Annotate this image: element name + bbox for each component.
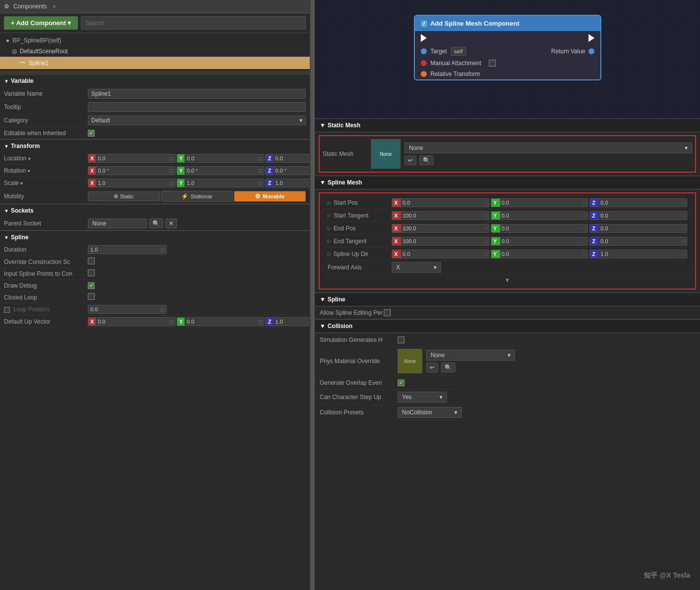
location-y-label: Y: [177, 154, 184, 162]
ep-y: Y ⬡: [491, 224, 589, 233]
scale-y-input[interactable]: [184, 179, 257, 187]
tree-item-spline1[interactable]: 〜 Spline1: [0, 57, 310, 69]
variable-name-value: [88, 89, 306, 99]
sm-dropdown[interactable]: None ▾: [405, 143, 692, 153]
allow-spline-checkbox[interactable]: [384, 309, 391, 316]
sm-thumb-label: None: [380, 151, 392, 157]
start-pos-expand[interactable]: ▷: [328, 200, 332, 205]
start-pos-x-input[interactable]: [401, 199, 483, 207]
su-z-input[interactable]: [599, 250, 681, 258]
sm-none-label: None: [409, 145, 423, 151]
sp-z-label: Z: [590, 199, 599, 207]
target-pin[interactable]: [421, 48, 427, 54]
override-checkbox[interactable]: [88, 258, 95, 264]
default-up-y-input[interactable]: [184, 318, 257, 326]
sm-controls: None ▾ ↩ 🔍: [405, 143, 692, 165]
sp-x-spin: ⬡: [483, 200, 489, 205]
close-icon[interactable]: ×: [53, 3, 56, 9]
ep-x-input[interactable]: [401, 224, 483, 232]
et-y-input[interactable]: [500, 237, 582, 245]
start-pos-y-input[interactable]: [500, 199, 582, 207]
st-x-input[interactable]: [401, 212, 483, 220]
socket-clear-icon[interactable]: ✕: [165, 219, 177, 228]
search-input[interactable]: [81, 16, 306, 30]
spline-section-right-header: ▼ Spline: [315, 293, 700, 306]
collision-section-header: ▼ Collision: [315, 319, 700, 333]
rotation-x-input[interactable]: [96, 167, 168, 175]
start-pos-z-input[interactable]: [599, 199, 681, 207]
mobility-movable[interactable]: ⚙ Movable: [234, 191, 306, 202]
sm-back-icon[interactable]: ↩: [405, 155, 416, 165]
su-x-label: X: [392, 250, 401, 258]
collision-presets-label: Collision Presets: [320, 409, 394, 416]
sim-generates-checkbox[interactable]: [398, 336, 405, 343]
bp-transform-row: Relative Transform: [415, 69, 600, 79]
socket-input[interactable]: [88, 219, 147, 228]
phys-search-icon[interactable]: 🔍: [441, 363, 455, 372]
tooltip-input[interactable]: [88, 102, 306, 112]
ep-z-input[interactable]: [599, 224, 681, 232]
transform-arrow: ▼: [4, 144, 9, 149]
st-z-input[interactable]: [599, 212, 681, 220]
expand-indicator[interactable]: ▼: [323, 275, 692, 286]
socket-search-icon[interactable]: 🔍: [149, 219, 163, 228]
ep-y-input[interactable]: [500, 224, 582, 232]
variable-name-input[interactable]: [88, 89, 306, 99]
target-value[interactable]: self: [451, 47, 466, 56]
tree-item-scene-root[interactable]: ◎ DefaultSceneRoot: [0, 46, 310, 57]
end-tan-expand[interactable]: ▷: [328, 238, 332, 244]
generate-overlap-checkbox[interactable]: ✓: [398, 379, 405, 386]
start-tan-expand[interactable]: ▷: [328, 213, 332, 218]
st-y-input[interactable]: [500, 212, 582, 220]
spline-up-xyz: X ⬡ Y ⬡ Z ⬡: [392, 250, 687, 258]
manual-pin[interactable]: [421, 60, 427, 66]
end-pos-expand[interactable]: ▷: [328, 225, 332, 231]
input-spline-checkbox[interactable]: [88, 269, 95, 276]
sm-thumbnail: None: [371, 139, 401, 169]
closed-loop-checkbox[interactable]: [88, 293, 95, 300]
exec-in-icon: [421, 34, 427, 42]
location-y-input[interactable]: [184, 154, 257, 162]
rotation-y-input[interactable]: [184, 167, 257, 175]
default-up-x-label: X: [88, 318, 96, 326]
editable-checkbox[interactable]: ✓: [88, 130, 95, 137]
manual-checkbox[interactable]: [489, 60, 496, 67]
collision-presets-dropdown[interactable]: NoCollision ▾: [398, 407, 462, 418]
phys-thumbnail: None: [398, 349, 422, 373]
default-up-y-field: Y ⬡: [177, 317, 264, 326]
sm-search-icon[interactable]: 🔍: [419, 155, 434, 165]
ep-x-spin: ⬡: [483, 226, 489, 231]
transform-pin[interactable]: [421, 71, 427, 77]
duration-value: ⬡: [88, 245, 306, 254]
mobility-static[interactable]: Static: [88, 191, 160, 201]
et-x-input[interactable]: [401, 237, 483, 245]
tree-item-self[interactable]: ● BP_SplineBP(self): [0, 35, 310, 46]
default-up-x-input[interactable]: [96, 318, 168, 326]
st-z: Z ⬡: [589, 211, 687, 220]
mobility-stationary[interactable]: ⚡ Stationar: [161, 191, 233, 202]
variable-arrow: ▼: [4, 78, 9, 84]
location-x-input[interactable]: [96, 154, 168, 162]
sm-dropdown-arrow: ▾: [685, 145, 688, 151]
forward-axis-dropdown[interactable]: X ▾: [392, 262, 441, 273]
su-x-input[interactable]: [401, 250, 483, 258]
toolbar-row: + Add Component ▾: [0, 13, 310, 33]
phys-mat-dropdown[interactable]: None ▾: [426, 350, 515, 361]
can-step-dropdown[interactable]: Yes ▾: [398, 392, 447, 403]
su-y-spin: ⬡: [582, 252, 588, 257]
et-z-input[interactable]: [599, 237, 681, 245]
phys-back-icon[interactable]: ↩: [426, 363, 438, 372]
spline-up-expand[interactable]: ▷: [328, 251, 332, 257]
tooltip-value: [88, 102, 306, 112]
category-dropdown[interactable]: Default ▾: [88, 115, 306, 125]
scale-x-input[interactable]: [96, 179, 168, 187]
sp-z-spin: ⬡: [681, 200, 687, 205]
bp-exec-out[interactable]: [589, 34, 594, 42]
duration-input[interactable]: [88, 246, 159, 254]
su-y-input[interactable]: [500, 250, 582, 258]
draw-debug-checkbox[interactable]: ✓: [88, 282, 95, 289]
loop-position-input[interactable]: [88, 305, 159, 313]
bp-exec-in[interactable]: [421, 34, 427, 42]
add-component-button[interactable]: + Add Component ▾: [4, 16, 78, 30]
return-value-pin[interactable]: [589, 48, 594, 54]
